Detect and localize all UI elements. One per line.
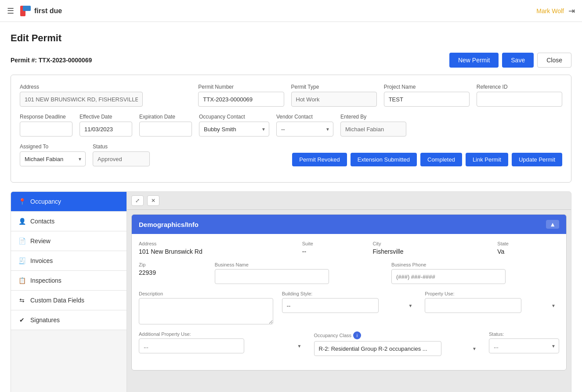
hamburger-menu[interactable]: ☰ [7, 6, 14, 16]
logout-icon[interactable]: ⇥ [568, 6, 575, 16]
additional-property-arrow-icon: ▼ [297, 344, 302, 349]
update-permit-button[interactable]: Update Permit [512, 153, 562, 166]
expiration-date-input[interactable] [139, 122, 192, 137]
form-row-2: Response Deadline Effective Date Expirat… [20, 114, 562, 137]
user-name: Mark Wolf [536, 7, 564, 14]
demographics-body: Address 101 New Brunswick Rd Suite -- Ci… [132, 234, 566, 370]
form-row-1: Address Permit Number Permit Type Projec… [20, 84, 562, 107]
demo-row-description: Description Building Style: -- ▼ [139, 291, 559, 324]
link-permit-button[interactable]: Link Permit [466, 153, 508, 166]
project-name-group: Project Name [384, 84, 470, 107]
demo-business-phone-group: Business Phone [391, 262, 559, 284]
close-button[interactable]: Close [537, 53, 571, 68]
demo-property-use-select[interactable] [425, 298, 521, 313]
sidebar-item-occupancy[interactable]: 📍 Occupancy [11, 192, 127, 212]
reference-id-label: Reference ID [477, 84, 562, 90]
assigned-to-select[interactable]: Michael Fabian [20, 151, 86, 166]
close-panel-button[interactable]: ✕ [147, 195, 159, 206]
response-deadline-group: Response Deadline [20, 114, 72, 137]
demo-row-additional: Additional Property Use: ... ▼ [139, 331, 559, 356]
demo-row-zip: Zip 22939 Business Name Business Phone [139, 262, 559, 284]
permit-revoked-button[interactable]: Permit Revoked [292, 153, 347, 166]
sidebar-label-inspections: Inspections [30, 277, 61, 284]
occupancy-class-arrow-icon: ▼ [472, 346, 477, 351]
top-navigation: ☰ first due Mark Wolf ⇥ [0, 0, 582, 22]
project-name-input[interactable] [384, 92, 470, 107]
response-deadline-input[interactable] [20, 122, 72, 137]
reference-id-input[interactable] [477, 92, 562, 107]
demo-business-phone-input[interactable] [391, 269, 506, 284]
demographics-header[interactable]: Demographics/Info ▲ [132, 215, 566, 234]
demo-occupancy-class-select[interactable]: R-2: Residential Group R-2 occupancies .… [314, 341, 441, 356]
vendor-contact-group: Vendor Contact -- ▼ [276, 114, 333, 137]
permit-header: Permit #: TTX-2023-0000069 New Permit Sa… [11, 53, 571, 68]
occupancy-contact-select[interactable]: Bubby Smith [199, 122, 269, 137]
vendor-contact-wrapper: -- ▼ [276, 122, 333, 137]
demo-address-group: Address 101 New Brunswick Rd [139, 241, 293, 255]
demo-business-name-label: Business Name [215, 262, 383, 267]
demo-additional-property-select[interactable]: ... [139, 338, 244, 353]
header-btn-group: New Permit Save Close [449, 53, 571, 68]
action-buttons: Permit Revoked Extension Submitted Compl… [292, 153, 562, 166]
property-use-arrow-icon: ▼ [551, 303, 556, 308]
demo-business-name-input[interactable] [215, 269, 329, 284]
new-permit-button[interactable]: New Permit [449, 53, 499, 68]
user-icon: 👤 [18, 218, 26, 225]
address-label: Address [20, 84, 191, 90]
demo-building-style-group: Building Style: -- ▼ [282, 291, 416, 324]
demo-city-value: Fishersville [372, 248, 488, 255]
demo-zip-value: 22939 [139, 269, 206, 276]
sidebar-item-custom-data-fields[interactable]: ⇆ Custom Data Fields [11, 291, 127, 310]
demo-description-label: Description [139, 291, 273, 296]
permit-number-group: Permit Number [198, 84, 284, 107]
form-row-3: Assigned To Michael Fabian ▼ Status Perm… [20, 144, 562, 166]
demo-suite-value: -- [302, 248, 364, 255]
demo-status-label: Status: [489, 331, 559, 337]
demo-description-group: Description [139, 291, 273, 324]
demo-occupancy-class-label: Occupancy Class i [314, 331, 481, 339]
completed-button[interactable]: Completed [420, 153, 462, 166]
expand-icon[interactable]: ⤢ [131, 195, 144, 206]
sidebar-label-occupancy: Occupancy [30, 198, 61, 205]
sidebar-item-contacts[interactable]: 👤 Contacts [11, 212, 127, 231]
address-input[interactable] [20, 92, 143, 107]
demo-description-textarea[interactable] [139, 298, 273, 324]
effective-date-group: Effective Date [80, 114, 132, 137]
sidebar-item-review[interactable]: 📄 Review [11, 231, 127, 251]
right-panel: ⤢ ✕ Demographics/Info ▲ Address [127, 191, 571, 392]
effective-date-label: Effective Date [80, 114, 132, 120]
entered-by-input[interactable] [340, 122, 406, 137]
building-style-arrow-icon: ▼ [408, 303, 412, 308]
save-button[interactable]: Save [502, 53, 534, 68]
demo-status-group: Status: ... ▼ [489, 331, 559, 356]
sidebar-label-invoices: Invoices [30, 257, 53, 264]
occupancy-contact-wrapper: Bubby Smith ▼ [199, 122, 269, 137]
permit-number-label: Permit Number [198, 84, 284, 90]
demo-property-use-label: Property Use: [425, 291, 559, 296]
permit-type-input[interactable] [291, 92, 377, 107]
info-icon[interactable]: i [353, 331, 361, 339]
sidebar-item-invoices[interactable]: 🧾 Invoices [11, 251, 127, 271]
reference-id-group: Reference ID [477, 84, 562, 107]
permit-number-input[interactable] [198, 92, 284, 107]
logo-icon [19, 5, 32, 17]
sidebar-item-inspections[interactable]: 📋 Inspections [11, 271, 127, 291]
status-input[interactable] [93, 151, 150, 166]
status-group: Status [93, 144, 150, 166]
right-panel-scroll: Demographics/Info ▲ Address 101 New Brun… [127, 210, 571, 392]
vendor-contact-select[interactable]: -- [276, 122, 333, 137]
demo-status-select[interactable]: ... [489, 338, 559, 353]
effective-date-input[interactable] [80, 122, 132, 137]
sidebar: 📍 Occupancy 👤 Contacts 📄 Review 🧾 Invoic… [11, 191, 127, 392]
vendor-contact-label: Vendor Contact [276, 114, 333, 120]
permit-type-label: Permit Type [291, 84, 377, 90]
demo-building-style-wrapper: -- ▼ [282, 298, 416, 313]
demo-occupancy-class-wrapper: R-2: Residential Group R-2 occupancies .… [314, 341, 481, 356]
demo-zip-group: Zip 22939 [139, 262, 206, 284]
demo-building-style-select[interactable]: -- [282, 298, 379, 313]
collapse-button[interactable]: ▲ [546, 220, 559, 229]
entered-by-label: Entered By [340, 114, 406, 120]
status-label: Status [93, 144, 150, 150]
extension-submitted-button[interactable]: Extension Submitted [351, 153, 417, 166]
sidebar-item-signatures[interactable]: ✔ Signatures [11, 310, 127, 330]
